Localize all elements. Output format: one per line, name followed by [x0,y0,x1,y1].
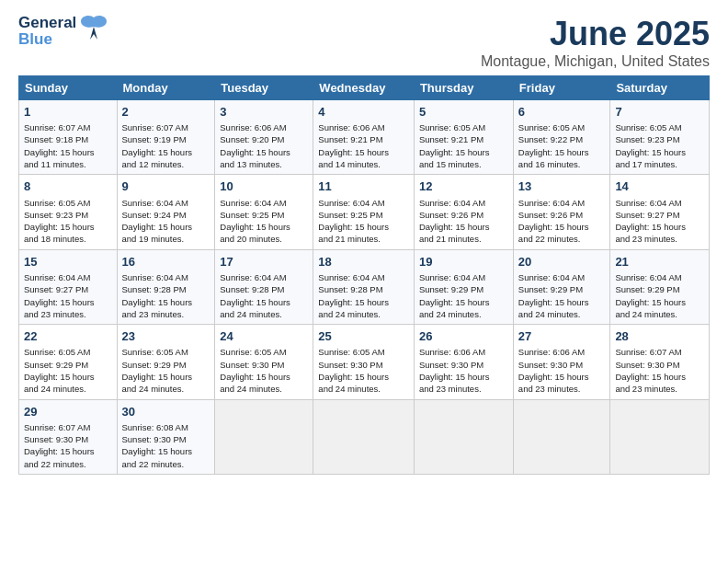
day-info-line: and 13 minutes. [220,158,308,170]
logo-line1: General [18,15,76,31]
page: General Blue June 2025 Montague, Michiga… [0,0,728,563]
logo-bird-icon [79,14,108,43]
day-info-line: Sunrise: 6:04 AM [318,271,409,283]
header-row: Sunday Monday Tuesday Wednesday Thursday… [19,76,710,100]
day-info-line: and 23 minutes. [615,233,704,245]
day-number: 25 [318,328,409,345]
day-info-line: Sunset: 9:30 PM [122,433,210,445]
day-info-line: and 22 minutes. [24,458,112,470]
day-info-line: Sunset: 9:23 PM [24,209,112,221]
day-info-line: and 19 minutes. [122,233,210,245]
calendar-cell: 25Sunrise: 6:05 AMSunset: 9:30 PMDayligh… [313,325,415,399]
calendar-cell: 7Sunrise: 6:05 AMSunset: 9:23 PMDaylight… [610,100,710,175]
day-info-line: Sunrise: 6:07 AM [24,121,112,133]
day-number: 3 [220,104,308,121]
day-number: 26 [419,328,508,345]
day-info-line: Sunrise: 6:04 AM [419,271,508,283]
day-info-line: Sunset: 9:30 PM [615,359,704,371]
col-saturday: Saturday [610,76,710,100]
day-info-line: Daylight: 15 hours [518,146,606,158]
day-info-line: Sunrise: 6:04 AM [419,197,508,209]
day-info-line: Daylight: 15 hours [220,371,308,383]
day-info-line: Sunrise: 6:06 AM [220,121,308,133]
day-info-line: Daylight: 15 hours [24,445,112,457]
calendar-cell: 14Sunrise: 6:04 AMSunset: 9:27 PMDayligh… [610,175,710,249]
calendar-cell: 15Sunrise: 6:04 AMSunset: 9:27 PMDayligh… [19,249,118,324]
title-block: June 2025 Montague, Michigan, United Sta… [481,15,710,70]
calendar-table: Sunday Monday Tuesday Wednesday Thursday… [18,75,710,475]
calendar-week-3: 15Sunrise: 6:04 AMSunset: 9:27 PMDayligh… [19,249,710,324]
day-number: 1 [24,104,112,121]
day-info-line: Sunset: 9:29 PM [122,359,210,371]
calendar-cell: 12Sunrise: 6:04 AMSunset: 9:26 PMDayligh… [414,175,513,249]
day-info-line: Daylight: 15 hours [318,371,409,383]
day-info-line: Sunrise: 6:04 AM [24,271,112,283]
day-info-line: Sunset: 9:27 PM [24,283,112,295]
day-info-line: Sunset: 9:26 PM [419,209,508,221]
day-number: 27 [518,328,606,345]
day-info-line: Daylight: 15 hours [419,371,508,383]
calendar-cell: 11Sunrise: 6:04 AMSunset: 9:25 PMDayligh… [313,175,415,249]
day-info-line: Sunrise: 6:04 AM [518,271,606,283]
day-info-line: Sunrise: 6:07 AM [24,421,112,433]
calendar-cell: 24Sunrise: 6:05 AMSunset: 9:30 PMDayligh… [215,325,313,399]
calendar-cell: 18Sunrise: 6:04 AMSunset: 9:28 PMDayligh… [313,249,415,324]
day-info-line: and 24 minutes. [318,383,409,395]
day-info-line: Sunset: 9:18 PM [24,133,112,145]
day-info-line: Sunrise: 6:05 AM [220,346,308,358]
calendar-cell: 9Sunrise: 6:04 AMSunset: 9:24 PMDaylight… [117,175,215,249]
day-number: 23 [122,328,210,345]
day-info-line: and 23 minutes. [615,383,704,395]
main-title: June 2025 [481,15,710,53]
day-info-line: and 23 minutes. [24,308,112,320]
day-info-line: Sunrise: 6:05 AM [318,346,409,358]
day-number: 6 [518,104,606,121]
col-tuesday: Tuesday [215,76,313,100]
calendar-cell: 5Sunrise: 6:05 AMSunset: 9:21 PMDaylight… [414,100,513,175]
day-number: 21 [615,254,704,270]
day-info-line: and 21 minutes. [318,233,409,245]
day-info-line: and 11 minutes. [24,158,112,170]
day-info-line: Daylight: 15 hours [220,146,308,158]
calendar-cell: 27Sunrise: 6:06 AMSunset: 9:30 PMDayligh… [513,325,610,399]
day-number: 29 [24,404,112,420]
day-info-line: and 24 minutes. [220,308,308,320]
calendar-cell: 23Sunrise: 6:05 AMSunset: 9:29 PMDayligh… [117,325,215,399]
day-info-line: Daylight: 15 hours [122,146,210,158]
day-number: 18 [318,254,409,270]
day-number: 8 [24,178,112,195]
day-info-line: Daylight: 15 hours [518,221,606,233]
day-info-line: Daylight: 15 hours [419,221,508,233]
day-number: 2 [122,104,210,121]
calendar-cell: 21Sunrise: 6:04 AMSunset: 9:29 PMDayligh… [610,249,710,324]
day-number: 19 [419,254,508,270]
day-info-line: Sunset: 9:28 PM [318,283,409,295]
day-info-line: Sunrise: 6:05 AM [122,346,210,358]
day-info-line: Sunrise: 6:07 AM [122,121,210,133]
day-info-line: Sunset: 9:29 PM [615,283,704,295]
day-info-line: Sunrise: 6:05 AM [24,197,112,209]
day-info-line: Sunrise: 6:04 AM [220,197,308,209]
col-thursday: Thursday [414,76,513,100]
day-info-line: Sunset: 9:23 PM [615,133,704,145]
day-info-line: Daylight: 15 hours [24,296,112,308]
day-info-line: Daylight: 15 hours [220,221,308,233]
day-info-line: Sunset: 9:26 PM [518,209,606,221]
day-info-line: and 24 minutes. [615,308,704,320]
logo: General Blue [18,15,108,48]
col-monday: Monday [117,76,215,100]
day-number: 12 [419,178,508,195]
day-number: 17 [220,254,308,270]
day-info-line: and 23 minutes. [419,383,508,395]
col-sunday: Sunday [19,76,118,100]
day-info-line: Sunset: 9:24 PM [122,209,210,221]
day-info-line: Sunset: 9:30 PM [220,359,308,371]
day-number: 5 [419,104,508,121]
day-number: 22 [24,328,112,345]
day-info-line: Sunrise: 6:04 AM [220,271,308,283]
day-info-line: and 21 minutes. [419,233,508,245]
day-number: 15 [24,254,112,270]
calendar-week-1: 1Sunrise: 6:07 AMSunset: 9:18 PMDaylight… [19,100,710,175]
day-number: 28 [615,328,704,345]
day-info-line: and 24 minutes. [220,383,308,395]
